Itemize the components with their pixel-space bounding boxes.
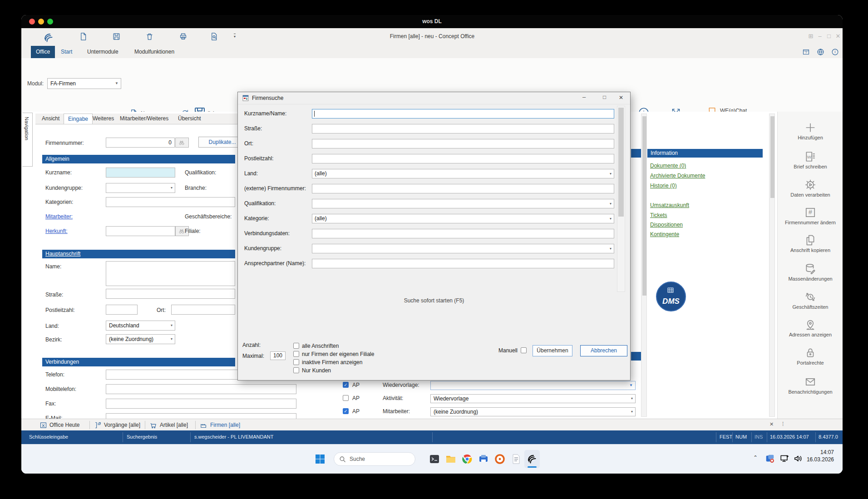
- kategorien-input[interactable]: [106, 197, 235, 207]
- tab-untermodule[interactable]: Untermodule: [82, 49, 124, 55]
- tool-firmennummer-aendern[interactable]: Firmennummer ändern: [778, 220, 843, 225]
- tab-vorgaenge[interactable]: Vorgänge [alle]: [104, 422, 140, 428]
- window-close-icon[interactable]: ✕: [833, 33, 843, 40]
- plz-input[interactable]: [106, 305, 138, 315]
- herkunft-link[interactable]: Herkunft:: [45, 228, 68, 234]
- business-hours-icon[interactable]: [804, 291, 816, 305]
- network-icon[interactable]: [779, 454, 789, 465]
- mitarbeiter-link[interactable]: Mitarbeiter:: [45, 213, 73, 220]
- tool-daten-verarbeiten[interactable]: Daten verarbeiten: [778, 192, 843, 198]
- process-data-icon[interactable]: [804, 179, 816, 193]
- modul-select[interactable]: FA-Firmen▼: [47, 78, 121, 89]
- dialog-minimize-icon[interactable]: –: [574, 94, 594, 100]
- taskbar-document-icon[interactable]: [511, 454, 522, 466]
- tickets-link[interactable]: Tickets: [650, 212, 667, 218]
- herkunft-input[interactable]: [106, 226, 175, 236]
- kundengruppe-select[interactable]: ▾: [106, 183, 175, 193]
- tool-geschaeftszeiten[interactable]: Geschäftszeiten: [778, 304, 843, 310]
- about-icon[interactable]: i: [831, 48, 839, 56]
- tab-mitarbeiter-weiteres[interactable]: Mitarbeiter/Weiteres: [116, 114, 173, 124]
- alle-anschriften-checkbox[interactable]: [293, 343, 299, 349]
- dlg-verbindungsdaten-input[interactable]: [312, 229, 614, 238]
- dokumente-link[interactable]: Dokumente (0): [650, 163, 686, 169]
- new-icon[interactable]: [79, 32, 88, 41]
- abbrechen-button[interactable]: Abbrechen: [580, 345, 627, 356]
- save-icon[interactable]: [112, 32, 121, 41]
- dlg-kategorie-select[interactable]: (alle)▾: [312, 214, 614, 223]
- copy-address-icon[interactable]: [804, 234, 816, 248]
- mobiltelefon-input[interactable]: [106, 384, 296, 394]
- dlg-ext-firmennummer-input[interactable]: [312, 184, 614, 193]
- tool-brief-schreiben[interactable]: Brief schreiben: [778, 164, 843, 169]
- tool-benachrichtigungen[interactable]: Benachrichtigungen: [778, 389, 843, 395]
- start-button[interactable]: [315, 454, 326, 466]
- portal-rights-icon[interactable]: [804, 347, 816, 361]
- wiedervorlage-select[interactable]: ▼: [430, 381, 636, 390]
- info-scrollbar-thumb[interactable]: [770, 116, 774, 198]
- tab-ansicht[interactable]: Ansicht: [38, 114, 64, 124]
- globe-icon[interactable]: [817, 48, 824, 56]
- taskbar-orange-app-icon[interactable]: [494, 454, 505, 466]
- tab-office[interactable]: Office: [31, 46, 55, 58]
- dialog-scrollbar[interactable]: [617, 106, 625, 292]
- tab-modulfunktionen[interactable]: Modulfunktionen: [129, 49, 180, 55]
- ap2-checkbox[interactable]: [343, 395, 349, 401]
- close-tab-icon[interactable]: ✕: [769, 421, 774, 427]
- taskbar-device-icon[interactable]: [478, 454, 489, 466]
- show-addresses-icon[interactable]: [804, 319, 816, 332]
- notifications-icon[interactable]: [804, 376, 816, 390]
- land-select[interactable]: Deutschland▾: [106, 321, 175, 331]
- chrome-icon[interactable]: [462, 454, 473, 466]
- nur-kunden-checkbox[interactable]: [293, 367, 299, 373]
- ap1-checkbox[interactable]: [343, 382, 349, 388]
- eigene-filiale-checkbox[interactable]: [293, 351, 299, 357]
- dlg-ort-input[interactable]: [312, 139, 614, 148]
- ap3-checkbox[interactable]: [343, 408, 349, 414]
- dlg-ansprechpartner-input[interactable]: [312, 259, 614, 268]
- manuell-checkbox[interactable]: [521, 347, 527, 353]
- clock-time[interactable]: 14:07: [793, 449, 834, 455]
- dispositionen-link[interactable]: Dispositionen: [650, 222, 683, 228]
- name-input[interactable]: [106, 261, 235, 286]
- tray-app-icon[interactable]: [765, 454, 775, 465]
- concept-office-active-app[interactable]: [524, 450, 540, 468]
- dlg-kundengruppe-select[interactable]: ▾: [312, 244, 614, 253]
- fax-input[interactable]: [106, 399, 296, 409]
- taskbar-search[interactable]: Suche: [334, 452, 415, 466]
- firmennummer-input[interactable]: 0: [106, 138, 175, 148]
- tool-anschrift-kopieren[interactable]: Anschrift kopieren: [778, 247, 843, 253]
- info-scrollbar[interactable]: [769, 114, 775, 417]
- mitarbeiter-select[interactable]: (keine Zuordnung)▾: [430, 407, 636, 416]
- main-scrollbar-thumb[interactable]: [642, 116, 646, 296]
- tab-office-heute[interactable]: Office Heute: [49, 422, 79, 428]
- aktivitaet-select[interactable]: Wiedervorlage▾: [430, 394, 636, 403]
- tab-uebersicht[interactable]: Übersicht: [174, 114, 205, 124]
- tray-expand-icon[interactable]: ⌃: [753, 455, 758, 461]
- tab-overflow-icon[interactable]: ⁞: [782, 421, 784, 427]
- main-scrollbar[interactable]: [641, 114, 647, 417]
- dlg-land-select[interactable]: (alle)▾: [312, 169, 614, 178]
- tool-massenaenderungen[interactable]: Massenänderungen: [778, 276, 843, 282]
- maximal-input[interactable]: 100: [270, 351, 286, 360]
- taskbar-app-icon[interactable]: [429, 454, 440, 466]
- uebernehmen-button[interactable]: Übernehmen: [533, 345, 572, 356]
- umsatzauskunft-link[interactable]: Umsatzauskunft: [650, 202, 689, 208]
- dialog-titlebar[interactable]: Firmensuche – □ ✕: [238, 92, 630, 104]
- delete-icon[interactable]: [145, 32, 154, 41]
- dlg-strasse-input[interactable]: [312, 124, 614, 133]
- clock-date[interactable]: 16.03.2026: [789, 456, 834, 463]
- kontingente-link[interactable]: Kontingente: [650, 231, 679, 237]
- ort-input[interactable]: [171, 305, 235, 315]
- window-minimize-icon[interactable]: –: [815, 33, 824, 40]
- inaktive-firmen-checkbox[interactable]: [293, 359, 299, 365]
- tool-hinzufuegen[interactable]: Hinzufügen: [778, 135, 843, 140]
- strasse-input[interactable]: [106, 289, 235, 299]
- change-number-icon[interactable]: #: [804, 207, 816, 220]
- tool-portalrechte[interactable]: Portalrechte: [778, 360, 843, 366]
- window-theme-icon[interactable]: ⊞: [806, 33, 815, 40]
- tab-start[interactable]: Start: [55, 49, 78, 55]
- dialog-close-icon[interactable]: ✕: [613, 94, 629, 101]
- bezirk-select[interactable]: (keine Zuordnung)▾: [106, 334, 175, 344]
- help-window-icon[interactable]: ?: [802, 48, 810, 56]
- tab-firmen[interactable]: Firmen [alle]: [210, 422, 240, 428]
